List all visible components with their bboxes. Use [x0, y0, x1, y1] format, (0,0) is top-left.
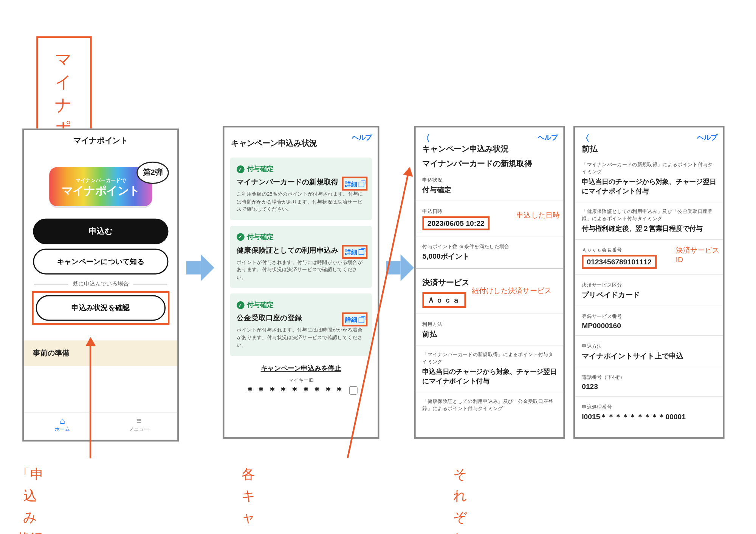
apply-button[interactable]: 申込む	[33, 219, 168, 244]
value-member: 0123456789101112	[587, 258, 652, 266]
screen-campaign-detail: 〈 ヘルプ キャンペーン申込み状況 マイナンバーカードの新規取得 申込状況 付与…	[414, 126, 565, 439]
learn-campaign-button[interactable]: キャンペーンについて知る	[33, 249, 168, 275]
help-link[interactable]: ヘルプ	[697, 133, 717, 142]
prep-section: 事前の準備	[24, 340, 178, 366]
myid-value: ＊＊＊＊＊＊＊＊＊	[224, 384, 378, 397]
value-class: プリペイドカード	[575, 289, 723, 304]
timing-note-1-value: 申込当日のチャージから対象、チャージ翌日にマイナポイント付与	[575, 176, 723, 199]
screen-campaign-status: ヘルプ キャンペーン申込み状況 ✓付与確定 マイナンバーカードの新規取得 詳細 …	[223, 126, 379, 439]
screen1-header: マイナポイント	[24, 130, 178, 151]
check-icon: ✓	[237, 165, 245, 173]
highlight-date: 2023/06/05 10:22	[422, 216, 490, 230]
status-badge: ✓付与確定	[237, 164, 365, 174]
campaign-card-desc: ポイントが付与されます。付与には時間がかかる場合があります。付与状況は決済サービ…	[237, 259, 365, 281]
timing-note-1-label: 「マイナンバーカードの新規取得」によるポイント付与タイミング	[575, 157, 723, 176]
timing-note-1-label: 「マイナンバーカードの新規取得」によるポイント付与タイミング	[416, 348, 564, 366]
check-icon: ✓	[237, 233, 245, 241]
value-points: 5,000ポイント	[416, 250, 564, 265]
check-icon: ✓	[237, 301, 245, 309]
flow-arrow-1-icon	[186, 254, 214, 281]
external-link-icon	[359, 249, 364, 255]
annotation-step1: 「申込み状況を確認」を押す	[17, 464, 43, 534]
campaign-card: ✓付与確定 マイナンバーカードの新規取得 詳細 ご利用金額の25％分のポイントが…	[230, 157, 372, 220]
menu-icon: ≡	[101, 416, 177, 426]
highlight-detail-2: 詳細	[342, 245, 367, 259]
timing-note-1-value: 申込当日のチャージから対象、チャージ翌日にマイナポイント付与	[416, 366, 564, 390]
external-link-icon	[359, 181, 364, 187]
value-proc: I0015＊＊＊＊＊＊＊＊＊00001	[575, 411, 723, 425]
logo: マイナンバーカードで マイナポイント 第2弾	[45, 167, 156, 207]
annotation-service: 紐付けした決済サービス	[472, 286, 552, 296]
highlight-detail-1: 詳細	[342, 177, 367, 191]
timing-note-2-label: 「健康保険証としての利用申込み」及び「公金受取口座登録」によるポイント付与タイミ…	[575, 205, 723, 223]
campaign-card-desc: ご利用金額の25％分のポイントが付与されます。付与には時間がかかる場合があります…	[237, 191, 365, 213]
value-reg: MP0000160	[575, 321, 723, 333]
label-tel: 電話番号（下4桁）	[575, 370, 723, 381]
help-link[interactable]: ヘルプ	[352, 133, 372, 142]
screen1-title: マイナポイント	[73, 136, 128, 146]
tab-menu[interactable]: ≡メニュー	[101, 412, 177, 440]
status-badge: ✓付与確定	[237, 300, 365, 310]
label-method: 利用方法	[416, 316, 564, 328]
value-tel: 0123	[575, 381, 723, 394]
annotation-date: 申込した日時	[516, 210, 560, 220]
label-points: 付与ポイント数 ※条件を満たした場合	[416, 239, 564, 250]
myid-label: マイキーID	[224, 377, 378, 384]
label-proc: 申込処理番号	[575, 399, 723, 411]
highlight-check-status: 申込み状況を確認	[32, 291, 169, 325]
campaign-card: ✓付与確定 公金受取口座の登録 詳細 ポイントが付与されます。付与にはは時間がか…	[230, 293, 372, 356]
copy-icon[interactable]	[349, 386, 357, 395]
logo-badge: 第2弾	[136, 162, 169, 184]
value-method: 前払	[416, 328, 564, 343]
external-link-icon	[359, 317, 364, 323]
detail-button[interactable]: 詳細	[345, 248, 364, 256]
stop-campaign-link[interactable]: キャンペーン申込みを停止	[224, 364, 378, 373]
value-date: 2023/06/05 10:22	[428, 219, 485, 227]
timing-note-2-value: 付与権利確定後、翌２営業日程度で付与	[575, 223, 723, 237]
highlight-detail-3: 詳細	[342, 312, 367, 326]
screen-home: マイナポイント マイナンバーカードで マイナポイント 第2弾 申込む キャンペー…	[22, 128, 179, 441]
annotation-step3: それぞれの登録内容が、自身の申し込み した内容と一致しているかを確認する	[453, 464, 481, 534]
pointer-arrow-step1-icon	[90, 338, 91, 458]
detail-button[interactable]: 詳細	[345, 180, 364, 188]
tab-bar: ⌂ホーム ≡メニュー	[24, 412, 178, 440]
label-status: 申込状況	[416, 172, 564, 184]
back-button[interactable]: 〈	[581, 133, 590, 145]
value-status: 付与確定	[416, 184, 564, 198]
check-status-button[interactable]: 申込み状況を確認	[36, 295, 166, 321]
label-way: 申込方法	[575, 338, 723, 350]
already-divider: 既に申込んでいる場合	[24, 280, 178, 288]
annotation-step2: 各キャンペーンの 「詳細」ボタンを押す	[235, 464, 262, 534]
label-class: 決済サービス区分	[575, 278, 723, 289]
screen-payment-detail: 〈 ヘルプ 前払 「マイナンバーカードの新規取得」によるポイント付与タイミング …	[573, 126, 725, 439]
status-badge: ✓付与確定	[237, 232, 365, 242]
screen3-subtitle: マイナンバーカードの新規取得	[416, 157, 564, 172]
detail-button[interactable]: 詳細	[345, 316, 364, 324]
highlight-member-id: 0123456789101112	[582, 255, 657, 269]
highlight-service: Ａｏｃａ	[422, 292, 466, 308]
label-reg: 登録サービス番号	[575, 309, 723, 321]
timing-note-2-label: 「健康保険証としての利用申込み」及び「公金受取口座登録」によるポイント付与タイミ…	[416, 395, 564, 413]
value-service: Ａｏｃａ	[428, 296, 461, 304]
back-button[interactable]: 〈	[421, 133, 430, 145]
help-link[interactable]: ヘルプ	[538, 133, 558, 142]
campaign-card-desc: ポイントが付与されます。付与にはは時間がかかる場合があります。付与状況は決済サー…	[237, 326, 365, 349]
campaign-card: ✓付与確定 健康保険証としての利用申込み 詳細 ポイントが付与されます。付与には…	[230, 225, 372, 288]
value-way: マイナポイントサイト上で申込	[575, 350, 723, 364]
annotation-member: 決済サービスID	[676, 245, 723, 264]
